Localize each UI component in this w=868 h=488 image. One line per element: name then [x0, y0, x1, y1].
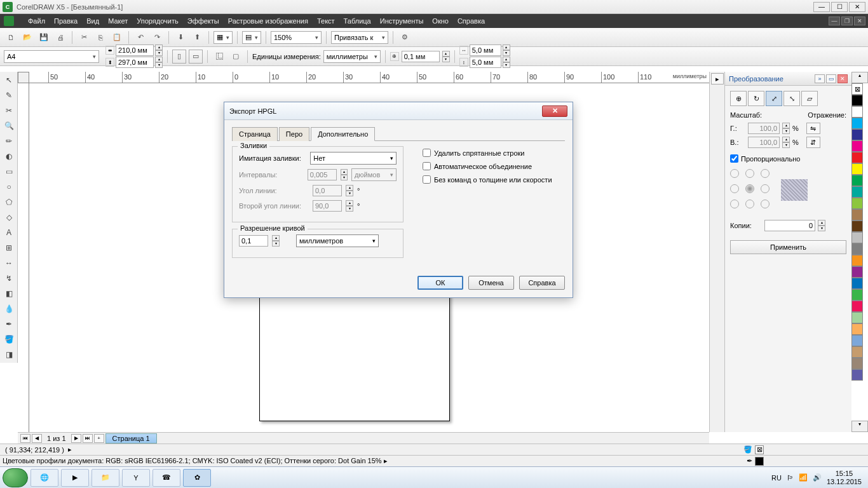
remove-hidden-checkbox[interactable] [423, 149, 431, 157]
paste-button[interactable]: 📋 [110, 30, 124, 44]
taskbar-explorer[interactable]: 📁 [92, 469, 119, 487]
tab-page[interactable]: Страница [232, 127, 278, 141]
menu-window[interactable]: Окно [432, 17, 449, 25]
height-spinner[interactable]: ▴▾ [155, 57, 163, 68]
page-size-combo[interactable]: A4 [4, 50, 99, 63]
mirror-h-button[interactable]: ⇋ [806, 123, 820, 134]
basic-shapes-tool[interactable]: ◇ [1, 210, 17, 224]
export-button[interactable]: ⬆ [190, 30, 204, 44]
color-swatch[interactable] [851, 198, 863, 209]
angle-spinner[interactable]: ▴▾ [346, 185, 353, 196]
tray-network-icon[interactable]: 📶 [799, 473, 808, 482]
line-angle-input[interactable] [313, 185, 342, 196]
taskbar-ie[interactable]: 🌐 [31, 469, 58, 487]
docker-close-button[interactable]: ✕ [837, 74, 848, 83]
help-button[interactable]: Справка [519, 276, 565, 290]
transform-skew-button[interactable]: ▱ [801, 91, 818, 106]
pick-tool[interactable]: ↖ [1, 73, 17, 87]
mdi-restore-button[interactable]: ❐ [841, 17, 853, 25]
menu-effects[interactable]: Эффекты [187, 17, 219, 25]
redo-button[interactable]: ↷ [150, 30, 164, 44]
no-width-speed-checkbox[interactable] [423, 175, 431, 184]
nudge-spinner[interactable]: ▴▾ [442, 51, 450, 62]
menu-view[interactable]: Вид [86, 17, 99, 25]
app-launcher-combo[interactable]: ▦ [214, 31, 233, 44]
interactive-tool[interactable]: ◧ [1, 287, 17, 301]
palette-up-button[interactable]: ▴ [851, 72, 868, 83]
eyedropper-tool[interactable]: 💧 [1, 302, 17, 316]
taskbar-yandex[interactable]: Y [122, 469, 150, 487]
cancel-button[interactable]: Отмена [468, 276, 514, 290]
spacing-unit-combo[interactable]: дюймов [351, 168, 397, 181]
first-page-button[interactable]: ⏮ [20, 434, 31, 443]
welcome-combo[interactable]: ▤ [242, 31, 261, 44]
portrait-button[interactable]: ▯ [172, 50, 186, 64]
shape-tool[interactable]: ✎ [1, 88, 17, 102]
spacing-input[interactable] [308, 169, 337, 180]
open-button[interactable]: 📂 [20, 30, 34, 44]
minimize-button[interactable]: — [813, 2, 830, 12]
anchor-tc[interactable] [745, 169, 754, 178]
tab-pen[interactable]: Перо [279, 127, 309, 141]
auto-weld-checkbox[interactable] [423, 162, 431, 170]
page-width-input[interactable] [116, 44, 154, 56]
anchor-mc[interactable] [745, 184, 754, 193]
freehand-tool[interactable]: ✏ [1, 134, 17, 148]
color-swatch[interactable] [851, 152, 863, 163]
anchor-grid[interactable] [730, 169, 772, 211]
width-spinner[interactable]: ▴▾ [155, 44, 163, 56]
menu-tools[interactable]: Инструменты [380, 17, 424, 25]
transform-position-button[interactable]: ⊕ [730, 91, 747, 106]
zoom-combo[interactable]: 150% [271, 31, 322, 44]
menu-help[interactable]: Справка [458, 17, 485, 25]
color-swatch[interactable] [851, 140, 863, 152]
dialog-titlebar[interactable]: Экспорт HPGL ✕ [224, 102, 573, 120]
copy-button[interactable]: ⎘ [93, 30, 107, 44]
color-swatch[interactable] [851, 232, 863, 243]
anchor-mr[interactable] [761, 184, 770, 193]
h-scale-spinner[interactable]: ▴▾ [782, 123, 790, 134]
taskbar-media[interactable]: ▶ [61, 469, 89, 487]
text-tool[interactable]: A [1, 226, 17, 240]
color-swatch[interactable] [851, 369, 863, 381]
v-scale-spinner[interactable]: ▴▾ [782, 137, 790, 148]
dimension-tool[interactable]: ↔ [1, 256, 17, 270]
menu-layout[interactable]: Макет [108, 17, 128, 25]
next-page-button[interactable]: ▶ [71, 434, 81, 443]
tab-advanced[interactable]: Дополнительно [311, 127, 375, 141]
color-swatch[interactable] [851, 118, 863, 129]
color-swatch[interactable] [851, 186, 863, 198]
outline-tool[interactable]: ✒ [1, 317, 17, 331]
fill-simulation-combo[interactable]: Нет [310, 152, 397, 165]
docker-collapse-button[interactable]: » [815, 74, 825, 83]
smart-fill-tool[interactable]: ◐ [1, 149, 17, 163]
duplicate-x-input[interactable] [470, 44, 501, 56]
color-swatch[interactable] [851, 106, 863, 118]
color-swatch[interactable] [851, 312, 863, 323]
landscape-button[interactable]: ▭ [189, 50, 203, 64]
options-button[interactable]: ⚙ [398, 30, 412, 44]
table-tool[interactable]: ⊞ [1, 241, 17, 255]
v-scale-input[interactable] [748, 137, 780, 148]
new-button[interactable]: 🗋 [4, 30, 18, 44]
fill-tool[interactable]: 🪣 [1, 332, 17, 346]
transform-scale-button[interactable]: ⤢ [766, 91, 782, 106]
add-page-button[interactable]: + [94, 434, 104, 443]
crop-tool[interactable]: ✂ [1, 104, 17, 118]
current-page-button[interactable]: ▢ [229, 50, 243, 64]
color-swatch[interactable] [851, 129, 863, 140]
copies-spinner[interactable]: ▴▾ [818, 220, 825, 231]
save-button[interactable]: 💾 [37, 30, 51, 44]
ellipse-tool[interactable]: ○ [1, 180, 17, 194]
prev-page-button[interactable]: ◀ [32, 434, 42, 443]
color-swatch[interactable] [851, 220, 863, 232]
rectangle-tool[interactable]: ▭ [1, 165, 17, 179]
taskbar-viber[interactable]: ☎ [153, 469, 180, 487]
menu-text[interactable]: Текст [317, 17, 335, 25]
anchor-br[interactable] [761, 200, 770, 208]
no-color-swatch[interactable]: ⊠ [851, 83, 863, 95]
proportional-checkbox[interactable] [730, 154, 738, 163]
mdi-minimize-button[interactable]: — [829, 17, 840, 25]
angle2-spinner[interactable]: ▴▾ [346, 200, 353, 212]
polygon-tool[interactable]: ⬠ [1, 195, 17, 209]
